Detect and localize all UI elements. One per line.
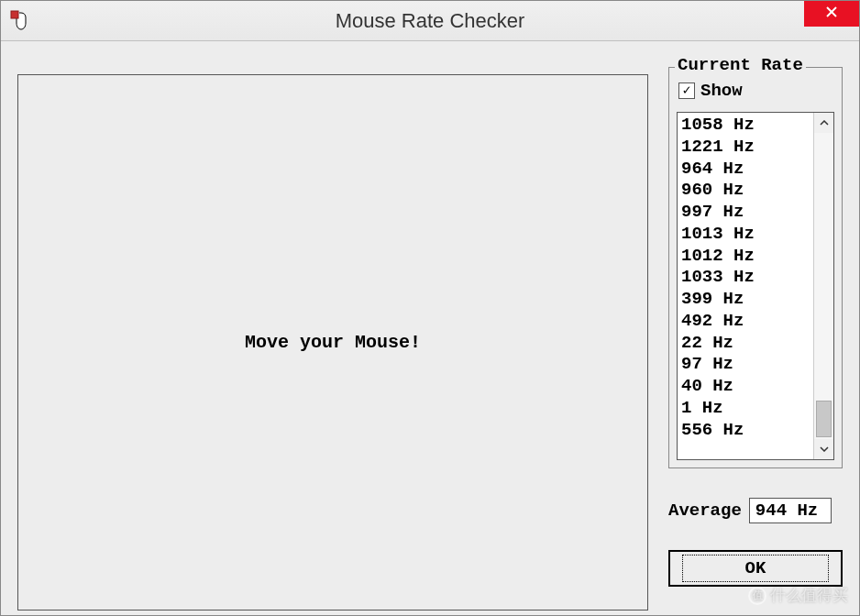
- ok-button-label: OK: [682, 555, 830, 582]
- list-item[interactable]: 1033 Hz: [681, 267, 810, 289]
- show-checkbox[interactable]: ✓: [678, 82, 695, 99]
- app-window: Mouse Rate Checker Move your Mouse! Curr…: [0, 0, 860, 616]
- close-button[interactable]: [804, 1, 859, 27]
- list-item[interactable]: 1058 Hz: [681, 115, 810, 137]
- ok-button[interactable]: OK: [668, 550, 843, 587]
- listbox-scrollbar[interactable]: [813, 113, 833, 459]
- show-checkbox-row: ✓ Show: [678, 81, 743, 101]
- svg-rect-0: [11, 11, 18, 18]
- close-icon: [825, 6, 838, 22]
- chevron-up-icon: [820, 116, 829, 129]
- list-item[interactable]: 492 Hz: [681, 311, 810, 333]
- list-item[interactable]: 964 Hz: [681, 159, 810, 181]
- scroll-down-button[interactable]: [814, 439, 833, 459]
- show-label: Show: [700, 81, 743, 101]
- scroll-thumb[interactable]: [816, 401, 832, 437]
- app-icon: [8, 8, 34, 34]
- list-item[interactable]: 1221 Hz: [681, 137, 810, 159]
- average-value: 944 Hz: [749, 498, 832, 523]
- list-item[interactable]: 997 Hz: [681, 202, 810, 224]
- mouse-area[interactable]: Move your Mouse!: [17, 74, 648, 610]
- average-label: Average: [668, 500, 742, 521]
- scroll-up-button[interactable]: [814, 113, 833, 133]
- list-item[interactable]: 22 Hz: [681, 333, 810, 355]
- titlebar[interactable]: Mouse Rate Checker: [1, 1, 859, 41]
- scroll-track[interactable]: [814, 133, 833, 439]
- list-item[interactable]: 399 Hz: [681, 289, 810, 311]
- rate-listbox[interactable]: 1058 Hz 1221 Hz 964 Hz 960 Hz 997 Hz 101…: [677, 112, 834, 460]
- list-item[interactable]: 40 Hz: [681, 376, 810, 398]
- current-rate-title: Current Rate: [675, 55, 806, 75]
- list-item[interactable]: 556 Hz: [681, 420, 810, 442]
- list-item[interactable]: 1 Hz: [681, 398, 810, 420]
- current-rate-group: Current Rate ✓ Show 1058 Hz 1221 Hz 964 …: [668, 67, 843, 468]
- chevron-down-icon: [820, 443, 829, 456]
- list-item[interactable]: 97 Hz: [681, 354, 810, 376]
- instruction-text: Move your Mouse!: [245, 332, 421, 353]
- client-area: Move your Mouse! Current Rate ✓ Show 105…: [1, 41, 859, 615]
- rate-list-items: 1058 Hz 1221 Hz 964 Hz 960 Hz 997 Hz 101…: [678, 113, 813, 459]
- window-title: Mouse Rate Checker: [336, 9, 525, 33]
- list-item[interactable]: 1013 Hz: [681, 224, 810, 246]
- average-row: Average 944 Hz: [668, 498, 843, 523]
- list-item[interactable]: 1012 Hz: [681, 246, 810, 268]
- list-item[interactable]: 960 Hz: [681, 180, 810, 202]
